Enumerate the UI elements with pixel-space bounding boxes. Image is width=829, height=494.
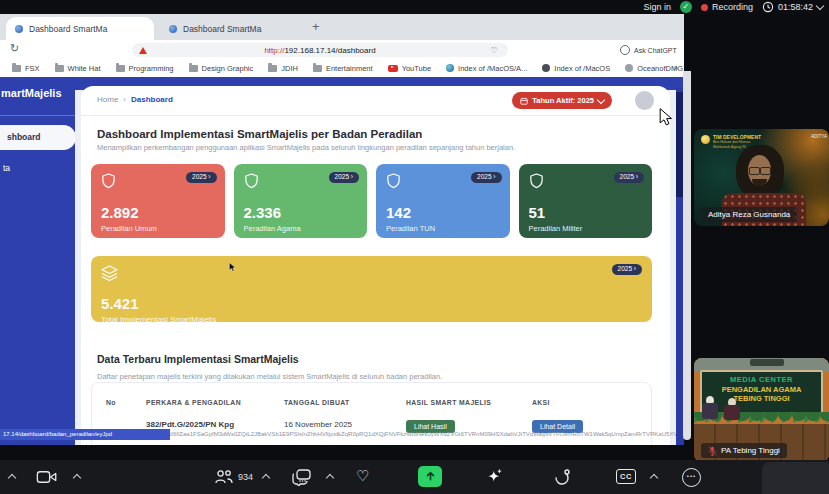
bookmark-jdih[interactable]: JDIH (268, 64, 298, 73)
cell-perkara: 382/Pdt.G/2025/PN Kpg (146, 420, 284, 429)
status-link-token: iI6IlZaa1FSaGpfM3dWs0ZQtL2JBakVSb1E9PSIs… (170, 429, 676, 440)
bookmark-programming[interactable]: Programming (116, 64, 174, 73)
latest-section-subtitle: Daftar penetapan majelis terkini yang di… (97, 365, 442, 383)
bookmark-entertainment[interactable]: Entertainment (313, 64, 373, 73)
logo-line2: Biro Hukum dan Humas (713, 140, 750, 144)
camera-icon[interactable] (36, 470, 58, 484)
breadcrumb-home[interactable]: Home (97, 95, 118, 104)
bookmark-fsx[interactable]: FSX (12, 64, 40, 73)
calendar-icon (520, 97, 528, 105)
year-badge[interactable]: 2025 › (186, 172, 216, 183)
stat-card-peradilan-agama[interactable]: 2025 › 2.336 Peradilan Agama (234, 164, 368, 238)
bookmark-heart-icon[interactable]: ♡ (491, 46, 498, 55)
shared-screen-edge (683, 71, 691, 440)
new-tab-button[interactable]: + (312, 19, 320, 34)
tab-dashboard-2[interactable]: Dashboard SmartMa (160, 17, 302, 40)
tab-dashboard-1[interactable]: Dashboard SmartMa (6, 17, 154, 40)
active-year-button[interactable]: Tahun Aktif: 2025 (512, 92, 612, 109)
recording-dot-icon (701, 4, 708, 11)
reactions-heart-icon[interactable]: ♡ (356, 467, 369, 485)
stat-card-peradilan-umum[interactable]: 2025 › 2.892 Peradilan Umum (91, 164, 225, 238)
avatar[interactable] (635, 91, 654, 110)
cell-tanggal: 16 November 2025 (284, 420, 406, 429)
page-subtitle: Menampilkan perkembangan penggunaan apli… (97, 143, 515, 152)
captions-button[interactable]: CC (616, 469, 636, 484)
board-line1: MEDIA CENTER (702, 375, 821, 384)
video-tile-room[interactable]: MEDIA CENTER PENGADILAN AGAMA TEBING TIN… (694, 358, 829, 462)
address-bar[interactable]: http://192.168.17.14/dashboard ♡ (132, 43, 508, 57)
timer-value: 01:58:42 (778, 2, 813, 12)
video-tile-speaker[interactable]: TIM DEVELOPMENT Biro Hukum dan Humas Mah… (694, 129, 829, 226)
bookmark-index-macos[interactable]: Index of /MacOS (542, 64, 610, 73)
browser-toolbar: ↻ http://192.168.17.14/dashboard ♡ Ask C… (0, 40, 684, 59)
year-badge[interactable]: 2025 › (612, 264, 642, 275)
breadcrumb-row: Home › Dashboard Tahun Aktif: 2025 (81, 86, 670, 116)
year-badge[interactable]: 2025 › (471, 172, 501, 183)
shield-icon (101, 173, 116, 189)
recording-indicator: Recording (701, 2, 753, 12)
mouse-cursor (656, 106, 676, 128)
year-badge[interactable]: 2025 › (329, 172, 359, 183)
shield-icon (529, 173, 544, 189)
participants-count[interactable]: 934 (238, 472, 253, 482)
col-aksi: AKSI (532, 399, 651, 406)
sign-in-button[interactable]: Sign in (643, 2, 671, 12)
camera-options-chevron[interactable] (73, 474, 81, 482)
participants-icon[interactable] (214, 469, 234, 485)
participant-name: PA Tebing Tinggi (721, 443, 780, 458)
total-label: Total Implementasi SmartMajelis (101, 315, 642, 324)
stat-card-peradilan-militer[interactable]: 2025 › 51 Peradilan Militer (519, 164, 653, 238)
youtube-icon (388, 65, 398, 72)
chat-chevron[interactable] (326, 474, 334, 482)
stat-card-peradilan-tun[interactable]: 2025 › 142 Peradilan TUN (376, 164, 510, 238)
breadcrumb: Home › Dashboard (97, 95, 173, 104)
more-options-button[interactable]: ••• (682, 468, 701, 487)
effects-sparkle-icon[interactable] (486, 468, 503, 485)
bookmarks-overflow-button[interactable]: » (673, 63, 678, 73)
page-title: Dashboard Implementasi SmartMajelis per … (97, 124, 422, 142)
board-line2: PENGADILAN AGAMA (702, 385, 821, 394)
tim-development-logo-icon (701, 135, 710, 144)
total-card[interactable]: 2025 › 5.421 Total Implementasi SmartMaj… (91, 256, 652, 322)
participants-chevron[interactable] (262, 474, 270, 482)
glasses-icon (760, 167, 771, 175)
stat-label: Peradilan TUN (386, 224, 500, 233)
reload-icon[interactable]: ↻ (10, 42, 19, 55)
chevron-down-icon[interactable] (816, 2, 824, 10)
ask-chatgpt-label: Ask ChatGPT (634, 47, 677, 54)
chat-icon[interactable] (292, 469, 312, 486)
bookmark-index-macos-a[interactable]: Index of /MacOS/A... (446, 64, 527, 73)
chatgpt-icon (620, 45, 630, 55)
stat-value: 51 (529, 204, 643, 221)
participant-name-tag: PA Tebing Tinggi (701, 443, 787, 458)
bookmark-white-hat[interactable]: White Hat (55, 64, 101, 73)
col-hasil: HASIL SMART MAJELIS (406, 399, 532, 406)
stat-cards-row: 2025 › 2.892 Peradilan Umum 2025 › 2.336… (91, 164, 652, 238)
site-icon (625, 64, 633, 72)
status-link-highlight: 17.14/dashboard/badan_peradilan/eyJpd (0, 429, 170, 440)
active-year-label: Tahun Aktif: 2025 (532, 96, 594, 105)
globe-icon (446, 64, 454, 72)
bookmark-design-graphic[interactable]: Design Graphic (189, 64, 254, 73)
browser-status-bar: 17.14/dashboard/badan_peradilan/eyJpd iI… (0, 429, 684, 440)
ask-chatgpt-button[interactable]: Ask ChatGPT (620, 43, 677, 57)
folder-icon (313, 65, 322, 72)
share-screen-button[interactable] (418, 466, 442, 487)
bookmark-youtube[interactable]: YouTube (388, 64, 431, 73)
clips-icon[interactable] (553, 468, 571, 486)
folder-icon (189, 65, 198, 72)
sidebar-item-dashboard[interactable]: shboard (0, 125, 76, 150)
browser-window: Dashboard SmartMa Dashboard SmartMa + ↻ … (0, 14, 684, 445)
folder-icon (268, 65, 277, 72)
not-secure-warning-icon[interactable] (139, 47, 147, 54)
meeting-control-bar: 934 ♡ CC ••• (0, 460, 829, 494)
captions-chevron[interactable] (650, 474, 658, 482)
meeting-timer[interactable]: 01:58:42 (762, 1, 823, 13)
year-badge[interactable]: 2025 › (614, 172, 644, 183)
col-tanggal: TANGGAL DIBUAT (284, 399, 406, 406)
stat-value: 142 (386, 204, 500, 221)
share-arrow-icon (424, 470, 437, 484)
sidebar-item-data[interactable]: ta (3, 163, 10, 173)
person-body (702, 403, 718, 419)
mic-options-chevron[interactable] (8, 474, 16, 482)
